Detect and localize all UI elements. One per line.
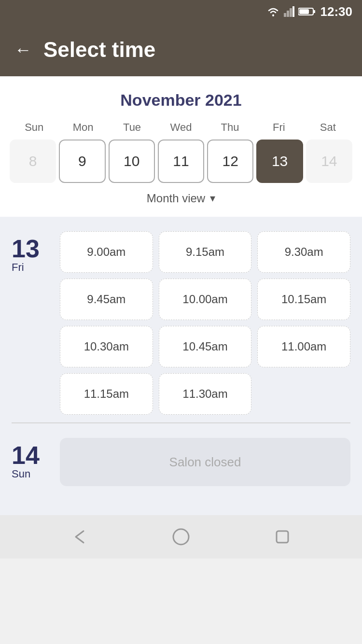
home-nav-icon bbox=[171, 527, 191, 546]
recent-nav-icon bbox=[273, 527, 292, 546]
weekday-headers: Sun Mon Tue Wed Thu Fri Sat bbox=[10, 121, 352, 134]
nav-recent-button[interactable] bbox=[270, 525, 294, 549]
weekday-thu: Thu bbox=[206, 121, 254, 134]
nav-home-button[interactable] bbox=[169, 525, 193, 549]
time-slot-930am[interactable]: 9.30am bbox=[257, 231, 350, 273]
salon-closed-label: Salon closed bbox=[169, 455, 241, 470]
salon-closed-box: Salon closed bbox=[60, 438, 350, 486]
month-year-label: November 2021 bbox=[10, 91, 352, 110]
svg-rect-1 bbox=[284, 13, 286, 17]
section-divider bbox=[12, 422, 350, 423]
time-slot-900am[interactable]: 9.00am bbox=[60, 231, 153, 273]
day-14-name: Sun bbox=[12, 468, 30, 480]
back-nav-icon bbox=[70, 527, 89, 546]
day-9[interactable]: 9 bbox=[59, 140, 105, 183]
day-13-label: 13 Fri bbox=[12, 231, 50, 415]
status-icons bbox=[266, 6, 316, 17]
navigation-bar bbox=[0, 515, 362, 559]
status-bar: 12:30 bbox=[0, 0, 362, 23]
nav-back-button[interactable] bbox=[68, 525, 92, 549]
battery-icon bbox=[298, 7, 316, 16]
day-14-block: 14 Sun Salon closed bbox=[12, 438, 350, 486]
days-row: 8 9 10 11 12 13 14 bbox=[10, 140, 352, 183]
time-slot-1000am[interactable]: 10.00am bbox=[159, 279, 252, 320]
day-12[interactable]: 12 bbox=[207, 140, 253, 183]
weekday-mon: Mon bbox=[58, 121, 107, 134]
day-14-label: 14 Sun bbox=[12, 438, 50, 486]
day-13-number: 13 bbox=[12, 236, 40, 261]
day-13-time-grid: 9.00am 9.15am 9.30am 9.45am 10.00am 10.1… bbox=[60, 231, 350, 415]
svg-rect-3 bbox=[290, 8, 292, 17]
time-slot-1115am[interactable]: 11.15am bbox=[60, 373, 153, 415]
chevron-down-icon: ▾ bbox=[210, 192, 215, 205]
day-14-number: 14 bbox=[12, 443, 40, 468]
time-slot-1030am[interactable]: 10.30am bbox=[60, 326, 153, 367]
svg-rect-2 bbox=[287, 11, 289, 17]
day-8[interactable]: 8 bbox=[10, 140, 56, 183]
time-section: 13 Fri 9.00am 9.15am 9.30am 9.45am 10.00… bbox=[0, 217, 362, 515]
svg-rect-9 bbox=[277, 531, 288, 543]
month-view-label: Month view bbox=[147, 192, 205, 205]
svg-rect-4 bbox=[292, 6, 294, 17]
time-slot-1130am[interactable]: 11.30am bbox=[159, 373, 252, 415]
day-11[interactable]: 11 bbox=[158, 140, 204, 183]
svg-rect-7 bbox=[299, 9, 309, 14]
svg-point-8 bbox=[173, 529, 189, 545]
time-slot-1100am[interactable]: 11.00am bbox=[257, 326, 350, 367]
day-13-block: 13 Fri 9.00am 9.15am 9.30am 9.45am 10.00… bbox=[12, 231, 350, 415]
weekday-wed: Wed bbox=[156, 121, 205, 134]
status-time: 12:30 bbox=[320, 4, 353, 19]
calendar-section: November 2021 Sun Mon Tue Wed Thu Fri Sa… bbox=[0, 76, 362, 217]
weekday-fri: Fri bbox=[254, 121, 303, 134]
day-14[interactable]: 14 bbox=[306, 140, 352, 183]
weekday-sat: Sat bbox=[304, 121, 352, 134]
time-slot-915am[interactable]: 9.15am bbox=[159, 231, 252, 273]
day-10[interactable]: 10 bbox=[109, 140, 155, 183]
month-view-toggle[interactable]: Month view ▾ bbox=[10, 192, 352, 205]
time-slot-1015am[interactable]: 10.15am bbox=[257, 279, 350, 320]
signal-icon bbox=[284, 6, 294, 17]
wifi-icon bbox=[266, 6, 280, 17]
time-slot-945am[interactable]: 9.45am bbox=[60, 279, 153, 320]
time-slot-1045am[interactable]: 10.45am bbox=[159, 326, 252, 367]
weekday-sun: Sun bbox=[10, 121, 58, 134]
back-button[interactable]: ← bbox=[14, 41, 32, 58]
day-13-name: Fri bbox=[12, 261, 24, 274]
header: ← Select time bbox=[0, 23, 362, 76]
page-title: Select time bbox=[43, 38, 155, 62]
svg-point-0 bbox=[272, 14, 274, 16]
day-13[interactable]: 13 bbox=[256, 140, 303, 183]
weekday-tue: Tue bbox=[108, 121, 156, 134]
svg-rect-6 bbox=[313, 10, 315, 13]
